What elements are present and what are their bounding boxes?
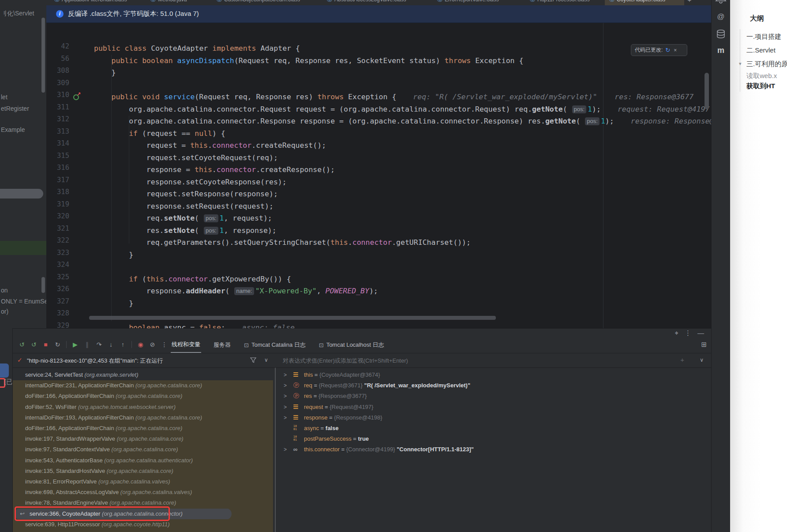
code-token: connector	[169, 275, 208, 283]
line-number: 325	[46, 273, 69, 285]
variable-row[interactable]: >request = {Request@4197}	[277, 402, 711, 412]
stack-frame-row[interactable]: doFilter:166, ApplicationFilterChain (or…	[13, 423, 273, 434]
step-out-icon[interactable]: ↑	[118, 340, 127, 349]
reload-class-icon[interactable]: ↻	[665, 47, 670, 53]
stack-frame-row[interactable]: internalDoFilter:231, ApplicationFilterC…	[13, 380, 273, 391]
variable-row[interactable]: >∞this.connector = {Connector@4199} "Con…	[277, 444, 711, 455]
stack-frame-row[interactable]: doFilter:166, ApplicationFilterChain (or…	[13, 391, 273, 401]
chevron-down-icon[interactable]: ∨	[264, 357, 268, 363]
line-number: 324	[46, 261, 69, 273]
class-icon: ⓒ	[609, 0, 615, 4]
editor-tab[interactable]: ⓒAbstractAccessLogValve.class	[322, 0, 433, 5]
stack-frame-row[interactable]: invoke:97, StandardContextValve (org.apa…	[13, 444, 273, 455]
mute-breakpoints-icon[interactable]: ◉	[136, 340, 145, 349]
evaluate-expression-bar[interactable]: 对表达式求值(Enter)或添加监视(Ctrl+Shift+Enter) + ∨	[276, 353, 711, 368]
debug-tab[interactable]: ⊡Tomcat Localhost 日志	[318, 337, 385, 353]
debug-window-controls: ⌖⋮—	[675, 329, 704, 337]
stack-frame-row[interactable]: invoke:81, ErrorReportValve (org.apache.…	[13, 476, 273, 487]
background-scrollbar[interactable]	[41, 18, 45, 93]
filter-funnel-icon[interactable]	[250, 357, 256, 363]
code-token: req.getParameters().setQueryStringCharse…	[146, 238, 330, 247]
close-icon[interactable]: ×	[674, 47, 677, 53]
variable-value: false	[326, 425, 339, 431]
expand-chevron-icon[interactable]: >	[284, 444, 287, 455]
outline-item[interactable]: 读取web.x	[746, 72, 777, 80]
hide-icon[interactable]: —	[697, 329, 704, 337]
debug-tab[interactable]: 线程和变量	[171, 337, 201, 353]
editor-horizontal-scrollbar[interactable]	[89, 316, 496, 320]
notifications-bell-icon[interactable]	[712, 0, 730, 4]
expand-chevron-icon[interactable]: >	[284, 402, 287, 412]
database-icon[interactable]	[712, 29, 730, 39]
stack-frame-row[interactable]	[13, 530, 273, 532]
code-token: request.setResponse(response);	[146, 190, 278, 198]
target-icon[interactable]: ⌖	[675, 329, 678, 337]
console-icon: ⊡	[244, 342, 249, 348]
at-tool-icon[interactable]: @	[712, 12, 730, 21]
more-vertical-icon[interactable]: ⋮	[685, 329, 691, 337]
variable-row[interactable]: 1001postParseSuccess = true	[277, 434, 711, 444]
variable-text: this.connector = {Connector@4199} "Conne…	[304, 444, 474, 455]
code-token: ) {	[212, 129, 225, 138]
variable-row[interactable]: 1001async = false	[277, 423, 711, 434]
variable-row[interactable]: >Ⓟres = {Response@3677}	[277, 391, 711, 401]
editor-tab[interactable]: ⓒCoyoteAdapter.class	[605, 0, 684, 5]
add-watch-icon[interactable]: +	[680, 356, 684, 363]
debug-tab[interactable]: 服务器	[213, 337, 232, 353]
stack-frame-row[interactable]: internalDoFilter:193, ApplicationFilterC…	[13, 412, 273, 423]
variable-row[interactable]: >this = {CoyoteAdapter@3674}	[277, 370, 711, 380]
background-scrollbar[interactable]	[41, 277, 45, 293]
view-breakpoints-icon[interactable]: ⊘	[148, 340, 157, 349]
editor-tab[interactable]: ⓒCustomObjectInputStream.class	[212, 0, 322, 5]
thread-selector-row[interactable]: ✓ "http-nio-8123-exec-10"@2,453 在组"main"…	[13, 353, 275, 368]
maven-icon[interactable]: m	[712, 46, 730, 55]
resume-icon[interactable]: ▶	[71, 340, 80, 349]
editor-vertical-scrollbar[interactable]	[705, 73, 709, 109]
outline-item[interactable]: 二.Servlet	[746, 46, 776, 55]
stack-frame-row[interactable]: service:24, ServletTest (org.example.ser…	[13, 370, 273, 380]
editor-tab[interactable]: ⓒErrorReportValve.class	[433, 0, 525, 5]
rerun-debug-icon[interactable]: ↺	[29, 340, 38, 349]
expand-chevron-icon[interactable]: >	[284, 412, 287, 423]
pause-icon[interactable]: ∥	[82, 340, 92, 349]
layout-settings-icon[interactable]: ⊞	[701, 341, 707, 348]
frame-location: internalDoFilter:231, ApplicationFilterC…	[25, 382, 135, 389]
rerun-current-icon[interactable]: ↻	[53, 340, 62, 349]
frame-location: invoke:81, ErrorReportValve	[25, 478, 98, 485]
outline-item[interactable]: 一.项目搭建	[746, 33, 781, 41]
code-editor[interactable]: 42public class CoyoteAdapter implements …	[46, 23, 711, 328]
code-token: throws	[318, 93, 349, 101]
more-icon[interactable]: ⋮	[160, 340, 169, 349]
stack-frame-row[interactable]: invoke:197, StandardWrapperValve (org.ap…	[13, 434, 273, 444]
variable-row[interactable]: >response = {Response@4198}	[277, 412, 711, 423]
stack-frame-row[interactable]: invoke:543, AuthenticatorBase (org.apach…	[13, 455, 273, 466]
rerun-icon[interactable]: ↺	[17, 340, 26, 349]
stack-frame-row[interactable]: invoke:698, AbstractAccessLogValve (org.…	[13, 487, 273, 498]
new-tab-button[interactable]: +	[684, 0, 695, 4]
outline-item[interactable]: 三.可利用的原	[746, 60, 787, 68]
implements-gutter-icon[interactable]: ↗	[73, 94, 80, 101]
variable-row[interactable]: >Ⓟreq = {Request@3671} "R( /Servlet_war_…	[277, 380, 711, 391]
equals: =	[312, 382, 319, 389]
outline-item[interactable]: 获取到HT	[746, 82, 775, 90]
code-token: ;	[221, 323, 225, 328]
editor-tab[interactable]: ⓒMethod.java	[146, 0, 212, 5]
expand-triangle-icon[interactable]: ▾	[739, 61, 742, 67]
code-token: asyncDispatch	[177, 56, 234, 65]
chevron-down-icon[interactable]: ∨	[700, 357, 704, 363]
parameter-hint: pos:	[204, 214, 218, 222]
stack-frame-row[interactable]: doFilter:52, WsFilter (org.apache.tomcat…	[13, 402, 273, 412]
step-over-icon[interactable]: ↷	[94, 340, 104, 349]
background-text: on	[1, 287, 8, 294]
pane-divider[interactable]	[275, 368, 276, 532]
expand-chevron-icon[interactable]: >	[284, 370, 287, 380]
expand-chevron-icon[interactable]: >	[284, 391, 287, 401]
stack-frame-row[interactable]: invoke:135, StandardHostValve (org.apach…	[13, 466, 273, 476]
editor-tab[interactable]: ⓒApplicationFilterChain.class	[50, 0, 146, 5]
debug-tab[interactable]: ⊡Tomcat Catalina 日志	[243, 337, 307, 353]
editor-tab[interactable]: ⓒHttp11Processor.class	[525, 0, 605, 5]
stop-icon[interactable]: ■	[41, 340, 50, 349]
expand-chevron-icon[interactable]: >	[284, 380, 287, 391]
step-into-icon[interactable]: ↓	[106, 340, 116, 349]
background-text: Example	[1, 126, 25, 133]
